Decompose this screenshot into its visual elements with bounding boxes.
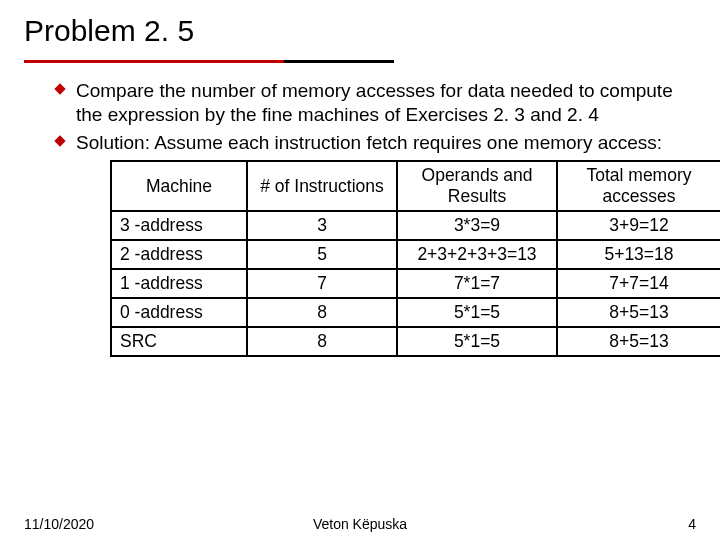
table-container: Machine # of Instructions Operands and R…	[54, 158, 690, 357]
footer-author: Veton Këpuska	[0, 516, 720, 532]
cell-machine: SRC	[111, 327, 247, 356]
bullet-item: Compare the number of memory accesses fo…	[54, 79, 690, 127]
footer-page-number: 4	[688, 516, 696, 532]
cell-machine: 3 -address	[111, 211, 247, 240]
cell-oper: 7*1=7	[397, 269, 557, 298]
th-total: Total memory accesses	[557, 161, 720, 211]
cell-oper: 5*1=5	[397, 327, 557, 356]
cell-machine: 2 -address	[111, 240, 247, 269]
cell-machine: 1 -address	[111, 269, 247, 298]
table-row: 0 -address 8 5*1=5 8+5=13	[111, 298, 720, 327]
th-operands: Operands and Results	[397, 161, 557, 211]
cell-instr: 5	[247, 240, 397, 269]
svg-rect-1	[54, 135, 65, 146]
title-underline	[24, 60, 394, 63]
cell-instr: 3	[247, 211, 397, 240]
cell-oper: 3*3=9	[397, 211, 557, 240]
cell-total: 7+7=14	[557, 269, 720, 298]
cell-machine: 0 -address	[111, 298, 247, 327]
table-row: 2 -address 5 2+3+2+3+3=13 5+13=18	[111, 240, 720, 269]
cell-total: 8+5=13	[557, 327, 720, 356]
table-row: SRC 8 5*1=5 8+5=13	[111, 327, 720, 356]
cell-instr: 8	[247, 298, 397, 327]
diamond-bullet-icon	[54, 131, 76, 147]
table-header-row: Machine # of Instructions Operands and R…	[111, 161, 720, 211]
content-area: Compare the number of memory accesses fo…	[24, 63, 696, 357]
slide-title: Problem 2. 5	[24, 10, 696, 58]
cell-total: 8+5=13	[557, 298, 720, 327]
table-row: 1 -address 7 7*1=7 7+7=14	[111, 269, 720, 298]
th-instructions: # of Instructions	[247, 161, 397, 211]
footer-date: 11/10/2020	[24, 516, 94, 532]
slide: Problem 2. 5 Compare the number of memor…	[0, 0, 720, 540]
cell-instr: 8	[247, 327, 397, 356]
memory-access-table: Machine # of Instructions Operands and R…	[110, 160, 720, 357]
svg-rect-0	[54, 83, 65, 94]
underline-black-segment	[284, 60, 394, 63]
bullet-item: Solution: Assume each instruction fetch …	[54, 131, 690, 155]
cell-total: 5+13=18	[557, 240, 720, 269]
underline-red-segment	[24, 60, 284, 63]
bullet-text: Solution: Assume each instruction fetch …	[76, 131, 662, 155]
th-machine: Machine	[111, 161, 247, 211]
cell-oper: 5*1=5	[397, 298, 557, 327]
bullet-text: Compare the number of memory accesses fo…	[76, 79, 690, 127]
cell-oper: 2+3+2+3+3=13	[397, 240, 557, 269]
slide-footer: 11/10/2020 Veton Këpuska 4	[0, 516, 720, 532]
diamond-bullet-icon	[54, 79, 76, 95]
cell-total: 3+9=12	[557, 211, 720, 240]
cell-instr: 7	[247, 269, 397, 298]
table-row: 3 -address 3 3*3=9 3+9=12	[111, 211, 720, 240]
